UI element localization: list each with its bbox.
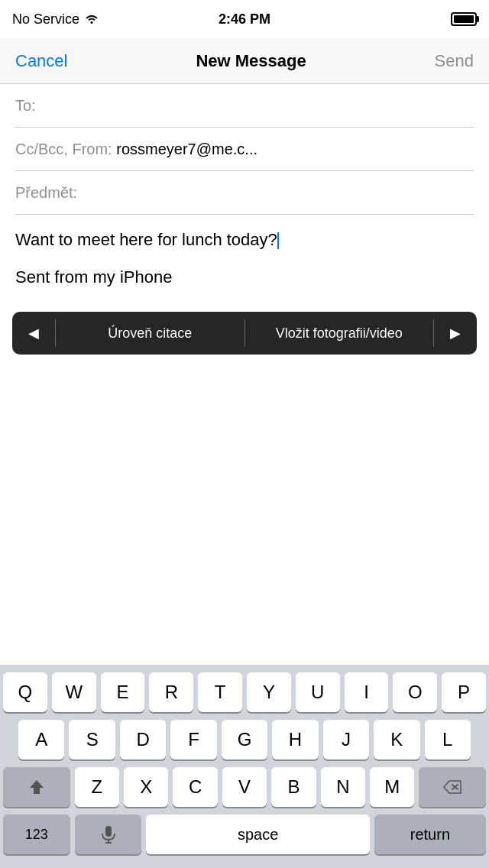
key-z[interactable]: Z: [75, 767, 119, 807]
key-w[interactable]: W: [52, 672, 96, 712]
keyboard: Q W E R T Y U I O P A S D F G H J K L Z …: [0, 665, 489, 868]
key-q[interactable]: Q: [3, 672, 47, 712]
mic-icon: [102, 825, 115, 844]
key-h[interactable]: H: [272, 720, 318, 760]
battery-area: [451, 12, 477, 26]
delete-key[interactable]: [419, 767, 486, 807]
status-time: 2:46 PM: [219, 11, 270, 28]
space-key[interactable]: space: [146, 815, 369, 854]
subject-input[interactable]: [77, 184, 474, 202]
nav-bar: Cancel New Message Send: [0, 38, 489, 84]
signature-text: Sent from my iPhone: [15, 267, 474, 287]
key-c[interactable]: C: [173, 767, 217, 807]
toolbar-prev-button[interactable]: ◀: [12, 312, 55, 355]
key-f[interactable]: F: [170, 720, 216, 760]
return-key[interactable]: return: [374, 815, 486, 854]
format-toolbar: ◀ Úroveň citace Vložit fotografii/video …: [12, 312, 477, 355]
key-b[interactable]: B: [271, 767, 316, 807]
subject-field-row: Předmět:: [0, 171, 489, 214]
text-cursor: [277, 232, 279, 249]
to-input[interactable]: [61, 97, 474, 115]
key-k[interactable]: K: [374, 720, 419, 760]
svg-point-0: [91, 21, 93, 24]
keyboard-row-2: A S D F G H J K L: [3, 720, 486, 760]
num-key[interactable]: 123: [3, 815, 70, 854]
key-p[interactable]: P: [442, 672, 486, 712]
cc-label: Cc/Bcc, From: rossmeyer7@me.c...: [15, 141, 257, 158]
key-s[interactable]: S: [69, 720, 115, 760]
shift-icon: [28, 779, 45, 795]
no-service-text: No Service: [12, 11, 79, 28]
key-y[interactable]: Y: [247, 672, 291, 712]
keyboard-row-4: 123 space return: [3, 815, 486, 854]
signal-area: No Service: [12, 11, 99, 28]
send-button[interactable]: Send: [435, 51, 474, 71]
key-u[interactable]: U: [296, 672, 340, 712]
key-l[interactable]: L: [425, 720, 471, 760]
subject-label: Předmět:: [15, 184, 77, 202]
key-m[interactable]: M: [370, 767, 414, 807]
toolbar-next-button[interactable]: ▶: [434, 312, 477, 355]
cc-field-row: Cc/Bcc, From: rossmeyer7@me.c...: [0, 128, 489, 170]
nav-title: New Message: [196, 51, 306, 71]
key-d[interactable]: D: [120, 720, 166, 760]
shift-key[interactable]: [3, 767, 70, 807]
to-label: To:: [15, 97, 61, 115]
key-g[interactable]: G: [222, 720, 267, 760]
svg-rect-4: [105, 826, 112, 837]
key-r[interactable]: R: [149, 672, 193, 712]
toolbar-insert-photo-button[interactable]: Vložit fotografii/video: [245, 326, 434, 342]
body-text: Want to meet here for lunch today?: [15, 227, 474, 252]
key-a[interactable]: A: [18, 720, 64, 760]
toolbar-quote-level-button[interactable]: Úroveň citace: [56, 326, 244, 342]
key-n[interactable]: N: [321, 767, 365, 807]
status-bar: No Service 2:46 PM: [0, 0, 489, 38]
keyboard-row-1: Q W E R T Y U I O P: [3, 672, 486, 712]
key-i[interactable]: I: [345, 672, 389, 712]
battery-icon: [451, 12, 477, 26]
svg-marker-1: [30, 780, 44, 794]
key-e[interactable]: E: [101, 672, 145, 712]
key-j[interactable]: J: [323, 720, 369, 760]
key-x[interactable]: X: [124, 767, 168, 807]
key-v[interactable]: V: [222, 767, 267, 807]
delete-icon: [442, 779, 462, 795]
keyboard-row-3: Z X C V B N M: [3, 767, 486, 807]
key-o[interactable]: O: [393, 672, 437, 712]
key-t[interactable]: T: [198, 672, 242, 712]
mic-key[interactable]: [75, 815, 142, 854]
cancel-button[interactable]: Cancel: [15, 51, 67, 71]
wifi-icon: [84, 13, 99, 25]
to-field-row: To:: [0, 84, 489, 127]
